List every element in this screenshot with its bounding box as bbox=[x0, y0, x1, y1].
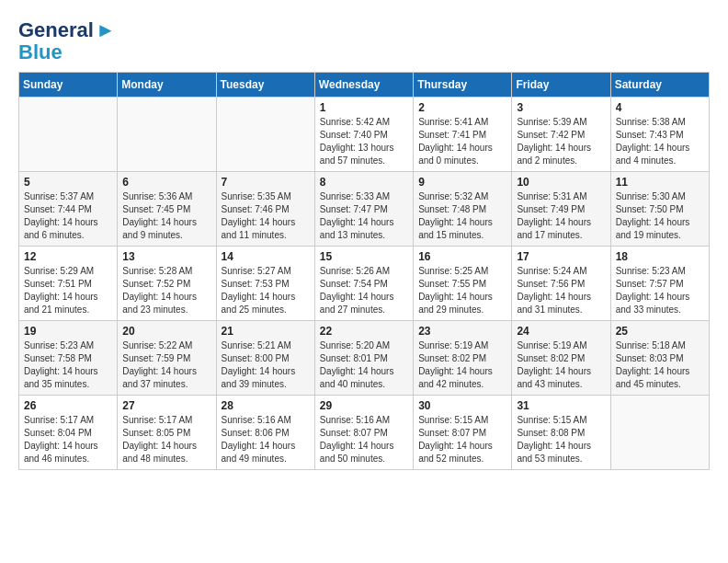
day-info: Sunrise: 5:23 AM Sunset: 7:57 PM Dayligh… bbox=[616, 265, 704, 316]
day-number: 5 bbox=[24, 176, 112, 189]
week-row-2: 5Sunrise: 5:37 AM Sunset: 7:44 PM Daylig… bbox=[19, 172, 710, 247]
day-info: Sunrise: 5:21 AM Sunset: 8:00 PM Dayligh… bbox=[222, 339, 310, 391]
calendar-cell bbox=[610, 396, 709, 470]
day-number: 22 bbox=[320, 325, 408, 338]
day-number: 24 bbox=[517, 325, 605, 338]
day-header-sunday: Sunday bbox=[19, 73, 118, 98]
calendar-table: SundayMondayTuesdayWednesdayThursdayFrid… bbox=[18, 72, 710, 470]
day-number: 3 bbox=[517, 101, 605, 114]
calendar-cell: 13Sunrise: 5:28 AM Sunset: 7:52 PM Dayli… bbox=[118, 247, 216, 321]
day-number: 23 bbox=[418, 325, 506, 338]
day-number: 16 bbox=[418, 250, 506, 263]
calendar-cell: 31Sunrise: 5:15 AM Sunset: 8:08 PM Dayli… bbox=[512, 396, 610, 470]
day-number: 15 bbox=[320, 250, 408, 263]
day-info: Sunrise: 5:16 AM Sunset: 8:07 PM Dayligh… bbox=[320, 414, 408, 465]
calendar-cell: 27Sunrise: 5:17 AM Sunset: 8:05 PM Dayli… bbox=[118, 396, 216, 470]
week-row-1: 1Sunrise: 5:42 AM Sunset: 7:40 PM Daylig… bbox=[19, 98, 710, 172]
day-info: Sunrise: 5:26 AM Sunset: 7:54 PM Dayligh… bbox=[320, 265, 408, 316]
day-info: Sunrise: 5:17 AM Sunset: 8:04 PM Dayligh… bbox=[24, 414, 112, 465]
day-info: Sunrise: 5:28 AM Sunset: 7:52 PM Dayligh… bbox=[122, 265, 210, 316]
day-number: 13 bbox=[122, 250, 210, 263]
day-number: 1 bbox=[320, 101, 408, 114]
day-header-thursday: Thursday bbox=[414, 73, 512, 98]
day-number: 18 bbox=[616, 250, 704, 263]
day-info: Sunrise: 5:19 AM Sunset: 8:02 PM Dayligh… bbox=[418, 339, 506, 391]
day-info: Sunrise: 5:20 AM Sunset: 8:01 PM Dayligh… bbox=[320, 339, 408, 391]
day-info: Sunrise: 5:32 AM Sunset: 7:48 PM Dayligh… bbox=[418, 190, 506, 242]
page-header: General ► Blue bbox=[18, 18, 710, 63]
day-number: 8 bbox=[320, 176, 408, 189]
day-number: 27 bbox=[122, 399, 210, 412]
calendar-cell: 26Sunrise: 5:17 AM Sunset: 8:04 PM Dayli… bbox=[19, 396, 118, 470]
day-number: 9 bbox=[418, 176, 506, 189]
day-number: 11 bbox=[616, 176, 704, 189]
calendar-cell: 5Sunrise: 5:37 AM Sunset: 7:44 PM Daylig… bbox=[19, 172, 118, 247]
day-number: 12 bbox=[24, 250, 112, 263]
calendar-cell: 19Sunrise: 5:23 AM Sunset: 7:58 PM Dayli… bbox=[19, 321, 118, 396]
calendar-cell: 22Sunrise: 5:20 AM Sunset: 8:01 PM Dayli… bbox=[314, 321, 413, 396]
day-header-saturday: Saturday bbox=[610, 73, 709, 98]
day-info: Sunrise: 5:37 AM Sunset: 7:44 PM Dayligh… bbox=[24, 190, 112, 242]
calendar-cell: 17Sunrise: 5:24 AM Sunset: 7:56 PM Dayli… bbox=[512, 247, 610, 321]
day-number: 29 bbox=[320, 399, 408, 412]
calendar-cell bbox=[118, 98, 216, 172]
day-header-wednesday: Wednesday bbox=[314, 73, 413, 98]
day-header-tuesday: Tuesday bbox=[216, 73, 314, 98]
day-info: Sunrise: 5:16 AM Sunset: 8:06 PM Dayligh… bbox=[222, 414, 310, 465]
calendar-cell: 14Sunrise: 5:27 AM Sunset: 7:53 PM Dayli… bbox=[216, 247, 314, 321]
day-number: 26 bbox=[24, 399, 112, 412]
day-info: Sunrise: 5:39 AM Sunset: 7:42 PM Dayligh… bbox=[517, 116, 605, 167]
day-info: Sunrise: 5:29 AM Sunset: 7:51 PM Dayligh… bbox=[24, 265, 112, 316]
day-number: 19 bbox=[24, 325, 112, 338]
logo: General ► Blue bbox=[18, 18, 116, 63]
calendar-cell: 3Sunrise: 5:39 AM Sunset: 7:42 PM Daylig… bbox=[512, 98, 610, 172]
day-number: 25 bbox=[616, 325, 704, 338]
logo-general: General bbox=[18, 20, 94, 40]
day-number: 31 bbox=[517, 399, 605, 412]
calendar-cell: 21Sunrise: 5:21 AM Sunset: 8:00 PM Dayli… bbox=[216, 321, 314, 396]
day-info: Sunrise: 5:18 AM Sunset: 8:03 PM Dayligh… bbox=[616, 339, 704, 391]
day-info: Sunrise: 5:38 AM Sunset: 7:43 PM Dayligh… bbox=[616, 116, 704, 167]
day-number: 10 bbox=[517, 176, 605, 189]
calendar-cell: 16Sunrise: 5:25 AM Sunset: 7:55 PM Dayli… bbox=[414, 247, 512, 321]
week-row-5: 26Sunrise: 5:17 AM Sunset: 8:04 PM Dayli… bbox=[19, 396, 710, 470]
day-info: Sunrise: 5:33 AM Sunset: 7:47 PM Dayligh… bbox=[320, 190, 408, 242]
day-number: 14 bbox=[222, 250, 310, 263]
day-info: Sunrise: 5:25 AM Sunset: 7:55 PM Dayligh… bbox=[418, 265, 506, 316]
calendar-cell: 28Sunrise: 5:16 AM Sunset: 8:06 PM Dayli… bbox=[216, 396, 314, 470]
calendar-cell: 2Sunrise: 5:41 AM Sunset: 7:41 PM Daylig… bbox=[414, 98, 512, 172]
calendar-cell bbox=[216, 98, 314, 172]
week-row-3: 12Sunrise: 5:29 AM Sunset: 7:51 PM Dayli… bbox=[19, 247, 710, 321]
day-info: Sunrise: 5:31 AM Sunset: 7:49 PM Dayligh… bbox=[517, 190, 605, 242]
calendar-cell: 9Sunrise: 5:32 AM Sunset: 7:48 PM Daylig… bbox=[414, 172, 512, 247]
day-info: Sunrise: 5:23 AM Sunset: 7:58 PM Dayligh… bbox=[24, 339, 112, 391]
calendar-cell: 4Sunrise: 5:38 AM Sunset: 7:43 PM Daylig… bbox=[610, 98, 709, 172]
day-info: Sunrise: 5:42 AM Sunset: 7:40 PM Dayligh… bbox=[320, 116, 408, 167]
calendar-cell: 12Sunrise: 5:29 AM Sunset: 7:51 PM Dayli… bbox=[19, 247, 118, 321]
calendar-cell: 30Sunrise: 5:15 AM Sunset: 8:07 PM Dayli… bbox=[414, 396, 512, 470]
calendar-cell: 6Sunrise: 5:36 AM Sunset: 7:45 PM Daylig… bbox=[118, 172, 216, 247]
day-number: 7 bbox=[222, 176, 310, 189]
day-info: Sunrise: 5:17 AM Sunset: 8:05 PM Dayligh… bbox=[122, 414, 210, 465]
day-info: Sunrise: 5:15 AM Sunset: 8:08 PM Dayligh… bbox=[517, 414, 605, 465]
day-number: 4 bbox=[616, 101, 704, 114]
day-info: Sunrise: 5:15 AM Sunset: 8:07 PM Dayligh… bbox=[418, 414, 506, 465]
week-row-4: 19Sunrise: 5:23 AM Sunset: 7:58 PM Dayli… bbox=[19, 321, 710, 396]
logo-blue: Blue bbox=[18, 42, 63, 63]
day-info: Sunrise: 5:35 AM Sunset: 7:46 PM Dayligh… bbox=[222, 190, 310, 242]
day-info: Sunrise: 5:30 AM Sunset: 7:50 PM Dayligh… bbox=[616, 190, 704, 242]
day-info: Sunrise: 5:22 AM Sunset: 7:59 PM Dayligh… bbox=[122, 339, 210, 391]
day-headers-row: SundayMondayTuesdayWednesdayThursdayFrid… bbox=[19, 73, 710, 98]
day-number: 2 bbox=[418, 101, 506, 114]
day-header-friday: Friday bbox=[512, 73, 610, 98]
day-info: Sunrise: 5:19 AM Sunset: 8:02 PM Dayligh… bbox=[517, 339, 605, 391]
calendar-cell: 25Sunrise: 5:18 AM Sunset: 8:03 PM Dayli… bbox=[610, 321, 709, 396]
calendar-cell: 1Sunrise: 5:42 AM Sunset: 7:40 PM Daylig… bbox=[314, 98, 413, 172]
calendar-cell: 7Sunrise: 5:35 AM Sunset: 7:46 PM Daylig… bbox=[216, 172, 314, 247]
day-number: 17 bbox=[517, 250, 605, 263]
day-info: Sunrise: 5:24 AM Sunset: 7:56 PM Dayligh… bbox=[517, 265, 605, 316]
day-number: 28 bbox=[222, 399, 310, 412]
calendar-cell: 11Sunrise: 5:30 AM Sunset: 7:50 PM Dayli… bbox=[610, 172, 709, 247]
day-number: 6 bbox=[122, 176, 210, 189]
day-number: 20 bbox=[122, 325, 210, 338]
